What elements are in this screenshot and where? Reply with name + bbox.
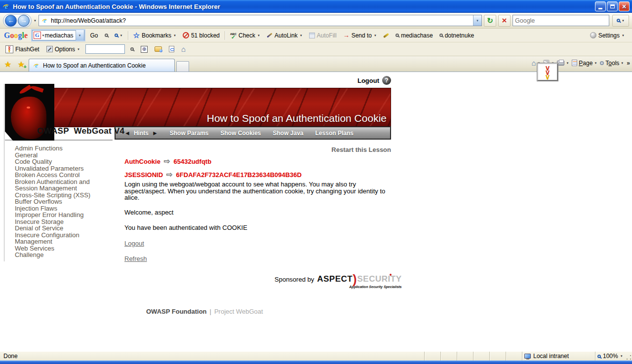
- print-button[interactable]: [557, 61, 569, 66]
- spellcheck-icon: ABC✓: [230, 33, 237, 38]
- content-left-border: [4, 84, 4, 261]
- tools-menu-button[interactable]: Tools: [600, 60, 624, 67]
- sidebar-item-buffer-overflows[interactable]: Buffer Overflows: [15, 198, 109, 205]
- popup-blocker-button[interactable]: 51 blocked: [181, 31, 221, 40]
- highlighter-button[interactable]: [382, 34, 391, 37]
- menu-item-show-params[interactable]: Show Params: [170, 130, 209, 137]
- sendto-dropdown: [374, 34, 377, 37]
- minimize-button[interactable]: [595, 1, 606, 11]
- search-button[interactable]: [612, 15, 629, 27]
- sidebar-item-broken-access-control[interactable]: Broken Access Control: [15, 172, 109, 179]
- sidebar-item-code-quality[interactable]: Code Quality: [15, 158, 109, 165]
- history-dropdown[interactable]: [34, 19, 37, 22]
- google-go-button[interactable]: Go: [89, 31, 100, 40]
- forward-button[interactable]: [18, 15, 30, 27]
- search-input[interactable]: [515, 17, 607, 24]
- search-scope-dropdown[interactable]: [120, 34, 123, 37]
- sidebar-item-unvalidated-parameters[interactable]: Unvalidated Parameters: [15, 165, 109, 172]
- refresh-link[interactable]: Refresh: [124, 255, 147, 262]
- print-dropdown[interactable]: [566, 62, 569, 65]
- new-tab-button[interactable]: [176, 61, 189, 72]
- help-icon[interactable]: [382, 76, 391, 85]
- favorites-center-button[interactable]: [2, 58, 14, 70]
- sidebar-item-challenge[interactable]: Challenge: [15, 252, 109, 258]
- prev-hint-icon[interactable]: [124, 130, 130, 137]
- address-dropdown[interactable]: [473, 15, 481, 26]
- search-box[interactable]: [513, 15, 609, 26]
- status-bar: Done Local intranet 100%: [0, 351, 632, 361]
- sidebar-item-insecure-storage[interactable]: Insecure Storage: [15, 218, 109, 225]
- search-site-button[interactable]: [103, 33, 110, 38]
- flashget-search-input[interactable]: [85, 44, 125, 54]
- close-button[interactable]: ×: [619, 1, 630, 11]
- dotnetnuke-search-button[interactable]: dotnetnuke: [438, 31, 475, 40]
- bookmarks-button[interactable]: Bookmarks: [132, 30, 178, 41]
- add-favorite-button[interactable]: [15, 58, 27, 70]
- restart-lesson-link[interactable]: Restart this Lesson: [124, 146, 391, 153]
- lesson-instructions: Login using the webgoat/webgoat account …: [124, 181, 387, 201]
- sidebar-item-denial-of-service[interactable]: Denial of Service: [15, 225, 109, 232]
- flashget-download-page-button[interactable]: [167, 45, 176, 53]
- word-find-icon: [439, 34, 443, 37]
- sidebar-item-improper-error-handling[interactable]: Improper Error Handling: [15, 212, 109, 218]
- menu-item-show-java[interactable]: Show Java: [273, 130, 304, 137]
- google-g-icon: G: [34, 32, 41, 39]
- menu-item-show-cookies[interactable]: Show Cookies: [220, 130, 261, 137]
- autolink-button[interactable]: AutoLink: [265, 31, 304, 40]
- sidebar-item-admin-functions[interactable]: Admin Functions: [15, 145, 109, 152]
- next-hint-icon[interactable]: [152, 130, 158, 137]
- cookie-value: 65432udfqtb: [174, 158, 212, 165]
- logout-top-link[interactable]: Logout: [357, 77, 379, 84]
- autofill-icon: [309, 33, 315, 38]
- active-tab[interactable]: How to Spoof an Authentication Cookie: [29, 59, 175, 72]
- flashget-search-button[interactable]: [129, 46, 135, 52]
- flashget-options-button[interactable]: Options: [45, 45, 81, 54]
- zoom-icon: [597, 355, 601, 358]
- spellcheck-button[interactable]: ABC✓Check: [229, 31, 262, 40]
- mediachase-search-button[interactable]: mediachase: [394, 31, 434, 40]
- owasp-webgoat-brand: OWASP WebGoat V4: [37, 126, 124, 136]
- page-menu-button[interactable]: Page: [572, 60, 597, 67]
- toolbar-overflow-chevron[interactable]: [627, 60, 630, 67]
- resize-grip: [626, 352, 632, 361]
- sidebar-item-insecure-configuration[interactable]: Insecure Configuration Management: [15, 232, 109, 245]
- sidebar-item-broken-authentication[interactable]: Broken Authentication and Session Manage…: [15, 179, 109, 192]
- zoom-dropdown[interactable]: [620, 355, 623, 358]
- search-web-button[interactable]: [113, 33, 124, 38]
- flashget-button[interactable]: ∨∨∨FlashGet: [4, 44, 41, 54]
- url-text[interactable]: http://neo/WebGoat/attack?: [51, 17, 471, 24]
- menu-item-lesson-plans[interactable]: Lesson Plans: [316, 130, 354, 137]
- tools-dropdown: [621, 62, 624, 65]
- page-icon: [572, 60, 577, 66]
- menu-item-hints[interactable]: Hints: [134, 130, 149, 137]
- google-search-combo[interactable]: G: [32, 30, 84, 40]
- flashget-site-explorer-button[interactable]: [153, 45, 163, 53]
- restore-button[interactable]: [607, 1, 618, 11]
- bookmarks-star-icon: [133, 31, 140, 40]
- logout-link[interactable]: Logout: [124, 240, 144, 247]
- google-search-dropdown[interactable]: [76, 30, 84, 40]
- tab-title: How to Spoof an Authentication Cookie: [43, 62, 146, 69]
- sidebar-item-web-services[interactable]: Web Services: [15, 245, 109, 252]
- spellcheck-dropdown: [257, 34, 260, 37]
- sidebar-item-general[interactable]: General: [15, 152, 109, 159]
- sendto-button[interactable]: Send to: [342, 31, 378, 40]
- flashget-home-button[interactable]: [180, 44, 187, 54]
- zoom-control[interactable]: 100%: [595, 352, 626, 361]
- sponsor-block: Sponsored by ASPECT ) SECURITY Applicati…: [275, 274, 402, 284]
- back-button[interactable]: [5, 15, 17, 27]
- cookie-name: JSESSIONID: [124, 171, 163, 179]
- google-search-input[interactable]: [45, 32, 76, 39]
- sidebar-item-xss[interactable]: Cross-Site Scripting (XSS): [15, 192, 109, 199]
- footer-project: Project WebGoat: [214, 308, 263, 315]
- settings-dropdown: [622, 34, 625, 37]
- flashget-capture-button[interactable]: [139, 45, 149, 54]
- refresh-button[interactable]: [484, 15, 496, 27]
- flashget-dropzone[interactable]: ∨∨∨: [537, 63, 558, 81]
- sidebar-item-injection-flaws[interactable]: Injection Flaws: [15, 205, 109, 212]
- search-options-dropdown[interactable]: [622, 19, 625, 22]
- footer-owasp: OWASP Foundation: [146, 308, 207, 315]
- address-bar[interactable]: http://neo/WebGoat/attack?: [39, 15, 482, 26]
- settings-button[interactable]: Settings: [589, 31, 626, 40]
- stop-button[interactable]: [498, 15, 511, 27]
